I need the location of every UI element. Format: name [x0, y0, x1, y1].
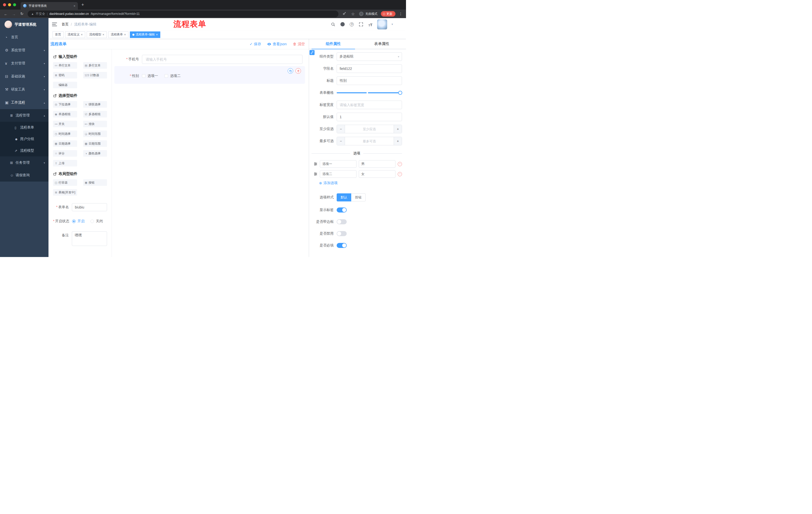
form-name-input[interactable]: [72, 203, 107, 211]
palette-item[interactable]: ⊠密码: [53, 72, 77, 78]
sidebar-logo[interactable]: 芋道管理系统: [0, 18, 49, 31]
palette-item[interactable]: ◉单选框组: [53, 111, 77, 117]
sidebar-item-system[interactable]: ⚙ 系统管理 ▾: [0, 44, 49, 57]
palette-item[interactable]: ◫行容器: [53, 179, 77, 186]
tab-component-props[interactable]: 组件属性: [309, 39, 357, 49]
palette-item[interactable]: ▭单行文本: [53, 62, 77, 69]
increase-button[interactable]: +: [394, 137, 402, 145]
option-name-input[interactable]: [320, 170, 356, 178]
browser-menu-icon[interactable]: ⋮: [399, 12, 403, 16]
address-bar[interactable]: ▲ 不安全 | dashboard.yudao.iocoder.cn/bpm/m…: [28, 10, 339, 17]
sidebar-item-user-group[interactable]: ☻ 用户分组: [0, 133, 49, 145]
tag-close-icon[interactable]: ×: [156, 33, 158, 36]
tag-process-model[interactable]: 流程模型 ×: [87, 31, 107, 38]
palette-item[interactable]: ⊶开关: [53, 121, 77, 127]
forward-icon[interactable]: →: [11, 12, 16, 16]
tag-process-form-edit[interactable]: 流程表单-编辑 ×: [130, 31, 160, 38]
tag-process-form[interactable]: 流程表单 ×: [108, 31, 128, 38]
sidebar-item-payment[interactable]: ¥ 支付管理 ▾: [0, 57, 49, 70]
sidebar-item-devtools[interactable]: ⚒ 研发工具 ▾: [0, 83, 49, 96]
github-icon[interactable]: [340, 22, 345, 27]
browser-tab[interactable]: 芋道管理系统 ×: [21, 2, 78, 9]
fullscreen-icon[interactable]: [358, 22, 364, 27]
style-default-button[interactable]: 默认: [337, 193, 351, 201]
sidebar-item-process-model[interactable]: ⇗ 流程模型: [0, 145, 49, 156]
palette-item[interactable]: ◑颜色选择: [83, 150, 107, 157]
palette-item[interactable]: ⊷滑块: [83, 121, 107, 127]
tag-close-icon[interactable]: ×: [124, 33, 126, 36]
tag-process-definition[interactable]: 流程定义 ×: [65, 31, 85, 38]
browser-update-button[interactable]: 更新: [381, 11, 396, 17]
help-icon[interactable]: ?: [349, 22, 354, 27]
user-avatar[interactable]: [377, 19, 387, 29]
style-button-button[interactable]: 按钮: [351, 193, 366, 201]
max-select-input[interactable]: [345, 137, 394, 145]
decrease-button[interactable]: −: [337, 125, 345, 133]
copy-component-button[interactable]: [288, 68, 293, 74]
palette-item[interactable]: ☑多选框组: [83, 111, 107, 117]
required-toggle[interactable]: [337, 243, 347, 248]
palette-item[interactable]: ⋎级联选择: [83, 101, 107, 108]
slider-handle[interactable]: [398, 91, 402, 95]
link-icon[interactable]: [310, 50, 315, 55]
maximize-window-button[interactable]: [13, 3, 16, 6]
palette-item[interactable]: ◷时间选择: [53, 131, 77, 137]
sidebar-item-task-mgmt[interactable]: ⊞ 任务管理 ▾: [0, 156, 49, 169]
palette-item[interactable]: ◎下拉选择: [53, 101, 77, 108]
view-json-button[interactable]: 查看json: [267, 42, 287, 47]
status-off-radio[interactable]: 关闭: [90, 219, 103, 223]
show-label-toggle[interactable]: [337, 208, 347, 213]
drag-handle-icon[interactable]: [314, 162, 318, 166]
search-icon[interactable]: [330, 22, 336, 27]
tag-close-icon[interactable]: ×: [81, 33, 83, 36]
gender-option-2-checkbox[interactable]: 选项二: [165, 74, 181, 78]
component-type-select[interactable]: 多选框组 ▾: [337, 52, 402, 61]
palette-item[interactable]: ⊞表格[开发中]: [53, 189, 77, 196]
password-key-icon[interactable]: [342, 11, 347, 16]
min-select-input[interactable]: [345, 125, 394, 133]
option-value-input[interactable]: [359, 170, 396, 178]
palette-item[interactable]: 编辑器: [53, 82, 77, 88]
palette-item[interactable]: ☆评分: [53, 150, 77, 157]
font-size-icon[interactable]: TT: [368, 22, 373, 27]
remove-option-button[interactable]: −: [398, 172, 402, 176]
sidebar-item-infra[interactable]: ⊟ 基础设施 ▾: [0, 70, 49, 83]
tab-close-icon[interactable]: ×: [74, 4, 76, 8]
incognito-chip[interactable]: ☉ 无痕模式: [359, 11, 377, 16]
sidebar-item-process-form[interactable]: ▯ 流程表单: [0, 122, 49, 133]
sidebar-item-leave-query[interactable]: ☺ 请假查询: [0, 169, 49, 182]
default-value-input[interactable]: [337, 113, 402, 121]
remove-option-button[interactable]: −: [398, 162, 402, 166]
border-toggle[interactable]: [337, 219, 347, 224]
reload-icon[interactable]: ↻: [20, 11, 24, 16]
tag-close-icon[interactable]: ×: [103, 33, 104, 36]
status-on-radio[interactable]: 开启: [72, 219, 84, 223]
option-name-input[interactable]: [320, 160, 356, 168]
bookmark-star-icon[interactable]: ☆: [350, 11, 355, 16]
back-icon[interactable]: ←: [3, 12, 8, 16]
new-tab-button[interactable]: +: [81, 2, 84, 7]
form-grid-slider[interactable]: [337, 88, 402, 97]
avatar-caret-icon[interactable]: ▾: [392, 23, 393, 26]
increase-button[interactable]: +: [394, 125, 402, 133]
sidebar-toggle-icon[interactable]: [52, 23, 57, 26]
gender-field-block-selected[interactable]: *性别 选项一 选项二: [114, 66, 305, 84]
form-remark-textarea[interactable]: 嘿嘿: [72, 231, 107, 246]
palette-item[interactable]: ▤多行文本: [83, 62, 107, 69]
palette-item[interactable]: ▩日期范围: [83, 140, 107, 147]
palette-item[interactable]: ◶时间范围: [83, 131, 107, 137]
tag-home[interactable]: 首页: [53, 31, 63, 38]
drag-handle-icon[interactable]: [314, 172, 318, 176]
tab-form-props[interactable]: 表单属性: [357, 39, 406, 49]
sidebar-item-process-mgmt[interactable]: ≣ 流程管理 ▴: [0, 109, 49, 122]
save-button[interactable]: ✓ 保存: [250, 42, 261, 47]
phone-field-row[interactable]: *手机号: [114, 55, 302, 64]
disabled-toggle[interactable]: [337, 231, 347, 236]
field-name-input[interactable]: [337, 64, 402, 73]
decrease-button[interactable]: −: [337, 137, 345, 145]
palette-item[interactable]: ▦日期选择: [53, 140, 77, 147]
palette-item[interactable]: ⇪上传: [53, 160, 77, 166]
close-window-button[interactable]: [3, 3, 6, 6]
label-width-input[interactable]: [337, 101, 402, 109]
delete-component-button[interactable]: [295, 68, 301, 74]
